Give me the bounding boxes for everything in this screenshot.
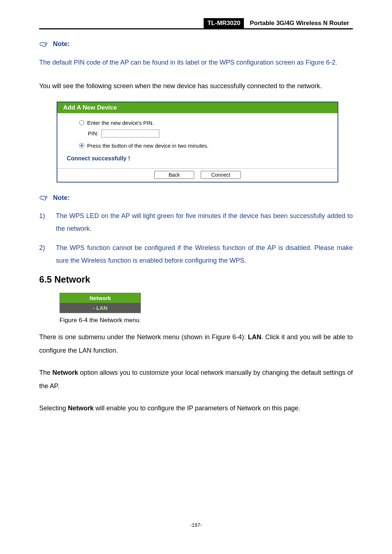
paragraph-selecting-network: Selecting Network will enable you to con… bbox=[39, 402, 353, 415]
radio-selected-icon bbox=[79, 143, 84, 148]
bold-network: Network bbox=[52, 369, 78, 376]
paragraph-network-option: The Network option allows you to customi… bbox=[39, 366, 353, 393]
note-1-text: The default PIN code of the AP can be fo… bbox=[39, 56, 353, 69]
figure-caption: Figure 6-4 the Network menu bbox=[60, 317, 353, 324]
list-item: 1) The WPS LED on the AP will light gree… bbox=[39, 210, 353, 235]
list-number: 2) bbox=[39, 242, 49, 267]
list-item: 2) The WPS function cannot be configured… bbox=[39, 242, 353, 267]
pointing-hand-icon bbox=[39, 194, 48, 201]
intro-paragraph: You will see the following screen when t… bbox=[39, 79, 353, 93]
bold-network: Network bbox=[68, 405, 94, 412]
page-number: -197- bbox=[0, 522, 392, 528]
option-enter-pin[interactable]: Enter the new device's PIN. bbox=[79, 120, 330, 126]
text-fragment: will enable you to configure the IP para… bbox=[94, 405, 300, 412]
section-heading: 6.5 Network bbox=[39, 274, 353, 285]
text-fragment: The bbox=[39, 369, 52, 376]
note-label: Note: bbox=[53, 194, 70, 202]
panel-footer: Back Connect bbox=[57, 168, 338, 182]
note-label: Note: bbox=[53, 40, 70, 48]
paragraph-submenu: There is one submenu under the Network m… bbox=[39, 331, 353, 357]
option-press-button[interactable]: Press the button of the new device in tw… bbox=[79, 143, 330, 149]
pin-row: PIN: bbox=[88, 130, 330, 138]
note-2-list: 1) The WPS LED on the AP will light gree… bbox=[39, 210, 353, 267]
menu-item-lan[interactable]: - LAN bbox=[60, 303, 140, 313]
status-message: Connect successfully ! bbox=[67, 155, 330, 162]
list-text: The WPS function cannot be configured if… bbox=[56, 242, 353, 267]
bold-lan: LAN bbox=[248, 333, 261, 341]
option-press-button-label: Press the button of the new device in tw… bbox=[87, 143, 208, 149]
text-fragment: option allows you to customize your loca… bbox=[39, 369, 353, 390]
model-number: TL-MR3020 bbox=[204, 18, 244, 28]
note-heading-1: Note: bbox=[39, 40, 353, 48]
list-text: The WPS LED on the AP will light green f… bbox=[56, 210, 353, 235]
document-header: TL-MR3020 Portable 3G/4G Wireless N Rout… bbox=[39, 18, 353, 29]
network-menu-figure: Network - LAN bbox=[60, 293, 353, 313]
network-menu: Network - LAN bbox=[60, 293, 141, 313]
option-enter-pin-label: Enter the new device's PIN. bbox=[87, 120, 154, 126]
menu-head-network[interactable]: Network bbox=[60, 293, 140, 303]
connect-button[interactable]: Connect bbox=[201, 171, 241, 179]
pin-label: PIN: bbox=[88, 130, 98, 136]
panel-title: Add A New Device bbox=[57, 102, 338, 113]
product-title: Portable 3G/4G Wireless N Router bbox=[244, 18, 353, 28]
text-fragment: Selecting bbox=[39, 405, 68, 412]
add-device-panel: Add A New Device Enter the new device's … bbox=[57, 102, 338, 182]
list-number: 1) bbox=[39, 210, 49, 235]
pointing-hand-icon bbox=[39, 41, 48, 48]
pin-input[interactable] bbox=[101, 130, 159, 138]
back-button[interactable]: Back bbox=[154, 171, 194, 179]
note-heading-2: Note: bbox=[39, 194, 353, 202]
radio-unselected-icon bbox=[79, 120, 84, 125]
text-fragment: There is one submenu under the Network m… bbox=[39, 333, 248, 341]
